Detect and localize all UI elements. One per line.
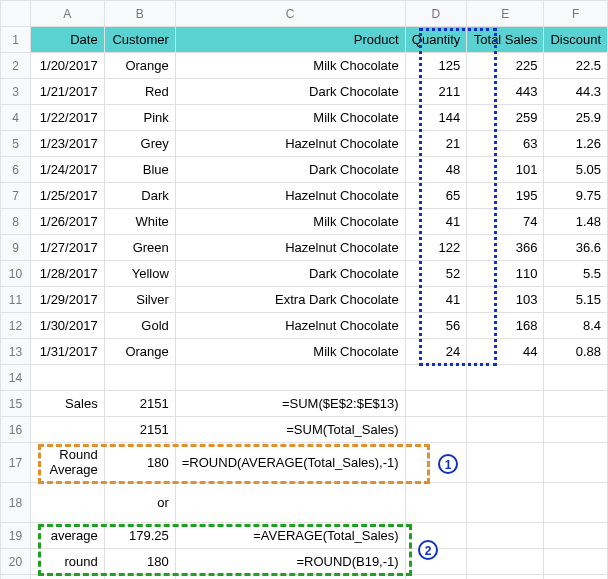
cell[interactable]: 168 — [467, 313, 544, 339]
cell[interactable]: round — [31, 549, 105, 575]
cell[interactable] — [405, 549, 467, 575]
spreadsheet-grid[interactable]: A B C D E F 1 Date Customer Product Quan… — [0, 0, 608, 579]
cell[interactable]: 24 — [405, 339, 467, 365]
cell[interactable] — [467, 391, 544, 417]
cell[interactable]: 110 — [467, 261, 544, 287]
row-header-1[interactable]: 1 — [1, 27, 31, 53]
cell-formula[interactable]: =ROUND(B19,-1) — [175, 549, 405, 575]
cell[interactable]: Milk Chocolate — [175, 53, 405, 79]
col-header-E[interactable]: E — [467, 1, 544, 27]
cell[interactable]: 125 — [405, 53, 467, 79]
cell[interactable] — [405, 483, 467, 523]
row-header[interactable]: 6 — [1, 157, 31, 183]
cell[interactable]: White — [104, 209, 175, 235]
cell[interactable]: Dark Chocolate — [175, 157, 405, 183]
cell[interactable]: 1/31/2017 — [31, 339, 105, 365]
col-header-C[interactable]: C — [175, 1, 405, 27]
cell[interactable]: 180 — [104, 549, 175, 575]
cell[interactable]: Orange — [104, 53, 175, 79]
cell[interactable]: Hazelnut Chocolate — [175, 183, 405, 209]
cell[interactable] — [175, 365, 405, 391]
cell[interactable]: 225 — [467, 53, 544, 79]
cell[interactable]: 44.3 — [544, 79, 608, 105]
cell[interactable]: 1/24/2017 — [31, 157, 105, 183]
cell[interactable]: 1/30/2017 — [31, 313, 105, 339]
row-header[interactable]: 19 — [1, 523, 31, 549]
cell-formula[interactable]: =ROUND(AVERAGE(Total_Sales),-1) — [175, 443, 405, 483]
row-header[interactable]: 20 — [1, 549, 31, 575]
row-header[interactable]: 8 — [1, 209, 31, 235]
cell[interactable]: 2151 — [104, 391, 175, 417]
cell[interactable]: Yellow — [104, 261, 175, 287]
cell[interactable]: 1.48 — [544, 209, 608, 235]
cell[interactable] — [467, 549, 544, 575]
cell[interactable]: 259 — [467, 105, 544, 131]
cell[interactable] — [467, 523, 544, 549]
row-header[interactable]: 21 — [1, 575, 31, 580]
cell[interactable]: 1/22/2017 — [31, 105, 105, 131]
cell[interactable]: Extra Dark Chocolate — [175, 287, 405, 313]
cell[interactable]: 5.5 — [544, 261, 608, 287]
row-header[interactable]: 4 — [1, 105, 31, 131]
cell[interactable] — [405, 365, 467, 391]
cell[interactable]: 195 — [467, 183, 544, 209]
cell[interactable]: 1/25/2017 — [31, 183, 105, 209]
row-header[interactable]: 7 — [1, 183, 31, 209]
cell[interactable] — [175, 575, 405, 580]
cell[interactable]: 21 — [405, 131, 467, 157]
cell[interactable]: 74 — [467, 209, 544, 235]
row-header[interactable]: 14 — [1, 365, 31, 391]
cell[interactable] — [405, 523, 467, 549]
cell[interactable]: 48 — [405, 157, 467, 183]
cell[interactable] — [544, 483, 608, 523]
cell-formula[interactable]: =AVERAGE(Total_Sales) — [175, 523, 405, 549]
cell[interactable]: Milk Chocolate — [175, 105, 405, 131]
cell[interactable]: Red — [104, 79, 175, 105]
cell[interactable]: 41 — [405, 209, 467, 235]
col-header-A[interactable]: A — [31, 1, 105, 27]
row-header[interactable]: 2 — [1, 53, 31, 79]
cell[interactable] — [175, 483, 405, 523]
cell[interactable] — [544, 549, 608, 575]
cell[interactable]: Product — [175, 27, 405, 53]
row-header[interactable]: 15 — [1, 391, 31, 417]
cell[interactable]: 22.5 — [544, 53, 608, 79]
cell[interactable]: Date — [31, 27, 105, 53]
cell[interactable]: Silver — [104, 287, 175, 313]
cell[interactable] — [544, 443, 608, 483]
cell[interactable] — [467, 443, 544, 483]
cell[interactable]: Customer — [104, 27, 175, 53]
cell[interactable]: 122 — [405, 235, 467, 261]
cell[interactable] — [405, 391, 467, 417]
cell[interactable] — [467, 483, 544, 523]
row-header[interactable]: 9 — [1, 235, 31, 261]
cell[interactable]: Orange — [104, 339, 175, 365]
row-header[interactable]: 18 — [1, 483, 31, 523]
cell[interactable]: Green — [104, 235, 175, 261]
cell[interactable]: 52 — [405, 261, 467, 287]
cell[interactable]: 180 — [104, 443, 175, 483]
cell[interactable]: Round Average — [31, 443, 105, 483]
cell[interactable] — [405, 575, 467, 580]
cell[interactable] — [31, 575, 105, 580]
cell[interactable] — [467, 417, 544, 443]
cell[interactable]: Blue — [104, 157, 175, 183]
cell[interactable] — [544, 417, 608, 443]
cell[interactable] — [544, 391, 608, 417]
cell[interactable]: 1/29/2017 — [31, 287, 105, 313]
cell[interactable]: 5.15 — [544, 287, 608, 313]
col-header-D[interactable]: D — [405, 1, 467, 27]
cell[interactable] — [31, 365, 105, 391]
cell[interactable]: 25.9 — [544, 105, 608, 131]
cell[interactable]: 56 — [405, 313, 467, 339]
cell[interactable]: Hazelnut Chocolate — [175, 313, 405, 339]
cell[interactable]: 36.6 — [544, 235, 608, 261]
cell[interactable] — [405, 443, 467, 483]
cell[interactable]: or — [104, 483, 175, 523]
cell[interactable]: 65 — [405, 183, 467, 209]
cell[interactable] — [405, 417, 467, 443]
cell[interactable] — [544, 523, 608, 549]
cell[interactable]: 179.25 — [104, 523, 175, 549]
cell[interactable]: 8.4 — [544, 313, 608, 339]
cell[interactable]: 1.26 — [544, 131, 608, 157]
